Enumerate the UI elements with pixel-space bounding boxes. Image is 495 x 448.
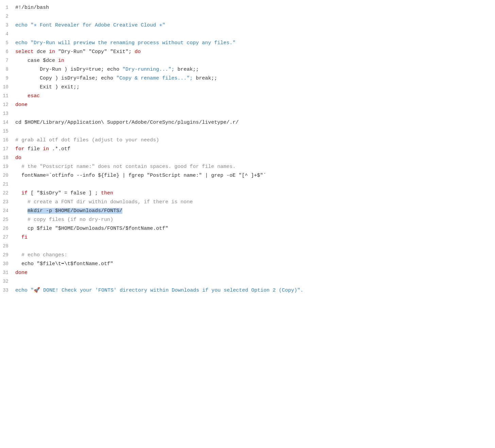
line-content (15, 180, 495, 189)
code-line: 32 (0, 277, 495, 286)
line-content (15, 110, 495, 118)
token: fontName=`otfinfo --info ${file} | fgrep… (15, 173, 266, 178)
line-number: 32 (0, 278, 15, 285)
line-number: 25 (0, 216, 15, 223)
code-line: 27 fi (0, 233, 495, 242)
code-line: 28 (0, 242, 495, 251)
token: case $dce (15, 58, 58, 64)
code-line: 29 # echo changes: (0, 251, 495, 260)
token: echo (107, 67, 119, 72)
line-number: 33 (0, 287, 15, 294)
code-line: 25 # copy files (if no dry-run) (0, 216, 495, 224)
line-number: 30 (0, 260, 15, 268)
line-number: 15 (0, 127, 15, 135)
token: for (15, 146, 24, 152)
code-line: 7 case $dce in (0, 56, 495, 65)
token: done (15, 102, 28, 108)
code-line: 22 if [ "$isDry" = false ] ; then (0, 189, 495, 198)
line-number: 6 (0, 48, 15, 55)
token: do (135, 49, 141, 55)
token: in (49, 49, 55, 55)
line-content: #!/bin/bash (15, 4, 495, 12)
code-line: 9 Copy ) isDry=false; echo "Copy & renam… (0, 74, 495, 83)
line-number: 13 (0, 110, 15, 117)
line-content: fontName=`otfinfo --info ${file} | fgrep… (15, 172, 495, 180)
code-line: 8 Dry-Run ) isDry=true; echo "Dry-runnin… (0, 65, 495, 74)
line-number: 28 (0, 242, 15, 250)
token: echo "🚀 DONE! Check your 'FONTS' directo… (15, 288, 303, 293)
token: echo "$file\t➡\t$fontName.otf" (15, 261, 113, 267)
line-content: # echo changes: (15, 251, 495, 259)
line-content (15, 30, 495, 38)
line-content: do (15, 154, 495, 162)
line-content: # copy files (if no dry-run) (15, 216, 495, 224)
line-content: # the "Postscript name:" does not contai… (15, 163, 495, 171)
code-line: 33echo "🚀 DONE! Check your 'FONTS' direc… (0, 286, 495, 295)
token: "Dry-running..."; (119, 67, 177, 72)
line-number: 4 (0, 30, 15, 38)
token: echo (101, 75, 113, 81)
code-line: 26 cp $file "$HOME/Downloads/FONTS/$font… (0, 224, 495, 233)
line-number: 5 (0, 39, 15, 47)
code-line: 3echo "✳ Font Revealer for Adobe Creativ… (0, 21, 495, 30)
token: select (15, 49, 34, 55)
line-number: 2 (0, 13, 15, 20)
token: file (24, 146, 43, 152)
code-line: 12done (0, 101, 495, 109)
line-number: 11 (0, 92, 15, 100)
line-content: Copy ) isDry=false; echo "Copy & rename … (15, 74, 495, 83)
line-content (15, 242, 495, 251)
line-number: 26 (0, 225, 15, 232)
line-number: 22 (0, 189, 15, 197)
line-number: 29 (0, 251, 15, 259)
line-content: echo "✳ Font Revealer for Adobe Creative… (15, 21, 495, 30)
line-number: 17 (0, 145, 15, 153)
token: # echo changes: (15, 252, 67, 258)
token: echo "Dry-Run will preview the renaming … (15, 40, 236, 46)
line-number: 18 (0, 154, 15, 161)
line-number: 12 (0, 101, 15, 108)
token: dce (34, 49, 49, 55)
line-content: done (15, 269, 495, 277)
line-content: cp $file "$HOME/Downloads/FONTS/$fontNam… (15, 225, 495, 233)
token: if (15, 190, 28, 196)
line-content: Exit ) exit;; (15, 83, 495, 91)
code-line: 31done (0, 269, 495, 277)
code-line: 19 # the "Postscript name:" does not con… (0, 162, 495, 171)
code-line: 2 (0, 12, 495, 21)
line-content: select dce in "Dry-Run" "Copy" "Exit"; d… (15, 48, 495, 56)
code-line: 24 mkdir -p $HOME/Downloads/FONTS/ (0, 207, 495, 216)
code-line: 13 (0, 109, 495, 118)
line-number: 14 (0, 119, 15, 126)
token: Dry-Run ) isDry=true; (15, 67, 107, 72)
token: #!/bin/bash (15, 5, 49, 11)
token: Copy ) isDry=false; (15, 75, 101, 81)
token: "Copy & rename files..."; (113, 75, 196, 81)
token: "Dry-Run" "Copy" "Exit"; (55, 49, 135, 55)
token: break;; (177, 67, 199, 72)
line-content (15, 13, 495, 21)
code-line: 20 fontName=`otfinfo --info ${file} | fg… (0, 171, 495, 180)
line-number: 21 (0, 180, 15, 188)
token: in (43, 146, 49, 152)
token: echo "✳ Font Revealer for Adobe Creative… (15, 22, 165, 28)
code-line: 23 # create a FONT dir within downloads,… (0, 198, 495, 207)
line-number: 3 (0, 21, 15, 29)
code-line: 16# grab all otf dot files (adjust to yo… (0, 136, 495, 145)
token: [ "$isDry" = false ] ; (28, 190, 101, 196)
line-content: Dry-Run ) isDry=true; echo "Dry-running.… (15, 66, 495, 74)
line-content: echo "🚀 DONE! Check your 'FONTS' directo… (15, 287, 495, 295)
token (15, 208, 28, 214)
token: break;; (196, 75, 217, 81)
line-number: 8 (0, 66, 15, 73)
line-number: 16 (0, 136, 15, 144)
line-number: 1 (0, 4, 15, 11)
token: Exit ) exit;; (15, 84, 80, 90)
line-number: 24 (0, 207, 15, 214)
line-content: case $dce in (15, 57, 495, 65)
token: # grab all otf dot files (adjust to your… (15, 137, 159, 143)
line-content: echo "Dry-Run will preview the renaming … (15, 39, 495, 47)
token: fi (15, 235, 28, 240)
line-content: if [ "$isDry" = false ] ; then (15, 189, 495, 197)
token: # copy files (if no dry-run) (15, 217, 113, 223)
